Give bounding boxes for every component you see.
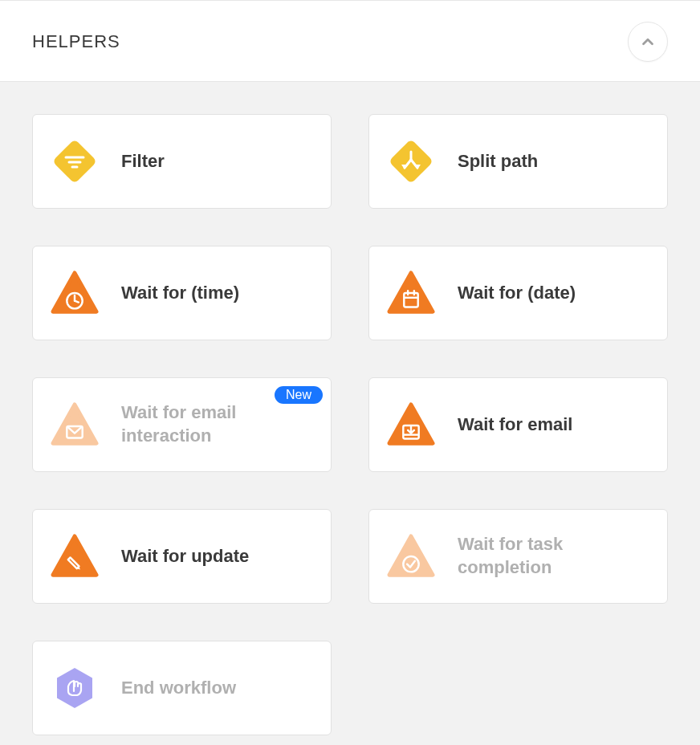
card-label: Wait for (time): [121, 282, 239, 305]
split-path-icon: [387, 137, 435, 185]
card-label: Wait for (date): [458, 282, 576, 305]
new-badge: New: [275, 386, 323, 404]
card-wait-for-time[interactable]: Wait for (time): [32, 246, 332, 340]
filter-icon: [51, 137, 99, 185]
envelope-triangle-icon: [51, 401, 99, 449]
card-label: Wait for task completion: [458, 533, 649, 579]
card-wait-for-email[interactable]: Wait for email: [368, 377, 668, 472]
clock-triangle-icon: [51, 269, 99, 317]
card-end-workflow[interactable]: End workflow: [32, 641, 332, 735]
pencil-triangle-icon: [51, 532, 99, 580]
section-title: HELPERS: [32, 31, 120, 52]
stop-hexagon-icon: [51, 664, 99, 712]
card-wait-for-date[interactable]: Wait for (date): [368, 246, 668, 340]
section-header: HELPERS: [0, 0, 700, 82]
collapse-button[interactable]: [628, 22, 668, 62]
helpers-panel: HELPERS Filter: [0, 0, 700, 745]
check-triangle-icon: [387, 532, 435, 580]
card-filter[interactable]: Filter: [32, 114, 332, 209]
card-split-path[interactable]: Split path: [368, 114, 668, 209]
chevron-up-icon: [639, 33, 657, 51]
cards-grid: Filter Split path: [0, 82, 700, 745]
card-label: Filter: [121, 150, 165, 173]
calendar-triangle-icon: [387, 269, 435, 317]
inbox-triangle-icon: [387, 401, 435, 449]
card-label: End workflow: [121, 677, 236, 700]
card-wait-for-update[interactable]: Wait for update: [32, 509, 332, 604]
card-label: Split path: [458, 150, 538, 173]
card-wait-for-email-interaction[interactable]: New Wait for email interaction: [32, 377, 332, 472]
card-wait-for-task-completion[interactable]: Wait for task completion: [368, 509, 668, 604]
card-label: Wait for update: [121, 545, 249, 568]
card-label: Wait for email interaction: [121, 401, 313, 447]
card-label: Wait for email: [458, 413, 572, 437]
